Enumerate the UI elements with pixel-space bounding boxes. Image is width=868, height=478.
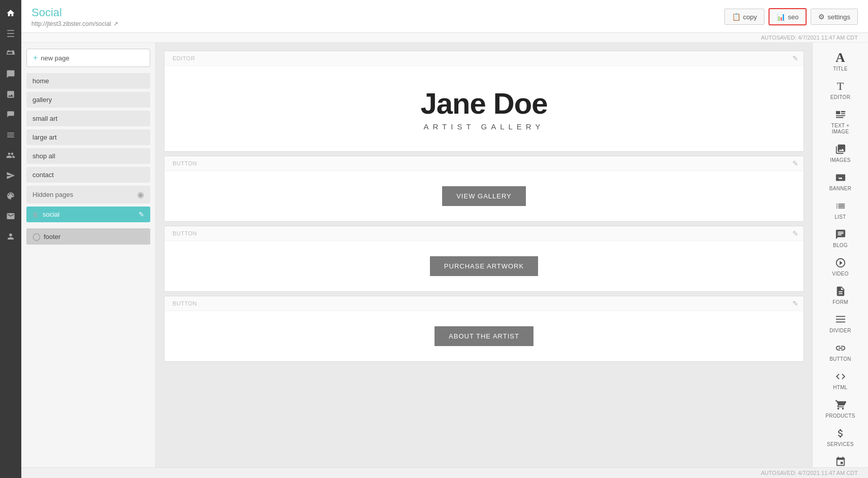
nav-home-icon[interactable] [2, 4, 20, 22]
editor-block-edit-icon[interactable]: ✎ [792, 54, 798, 62]
panel-item-text-image[interactable]: TEXT +IMAGE [816, 105, 864, 138]
button-block-3-label: BUTTON [173, 300, 197, 306]
banner-icon [833, 172, 848, 184]
panel-label-button: BUTTON [829, 356, 851, 362]
nav-media-icon[interactable] [2, 85, 20, 104]
right-panel: A TITLE T EDITOR TEXT +IMAGE [812, 43, 868, 467]
editor-block: ⁣⁣ EDITOR ✎ Jane Doe ARTIST GALLERY [164, 51, 804, 152]
sidebar-item-small-art[interactable]: small art [26, 111, 150, 126]
view-gallery-button[interactable]: VIEW GALLERY [442, 186, 526, 206]
nav-menu-icon[interactable] [2, 126, 20, 144]
button-panel-icon [833, 342, 848, 354]
panel-item-list[interactable]: LIST [816, 196, 864, 223]
autosaved-bottom: AUTOSAVED: 4/7/2021 11:47 AM CDT [21, 467, 868, 478]
settings-icon: ⚙ [818, 13, 825, 21]
panel-item-divider[interactable]: DIVIDER [816, 310, 864, 337]
new-page-button[interactable]: + new page [26, 49, 150, 67]
panel-item-services[interactable]: SERVICES [816, 423, 864, 451]
nav-send-icon[interactable] [2, 166, 20, 185]
about-artist-button[interactable]: ABOUT THE ARTIST [435, 326, 533, 346]
left-icon-bar [0, 0, 21, 478]
button-block-3-edit-icon[interactable]: ✎ [792, 299, 798, 308]
svg-rect-6 [836, 316, 845, 317]
page-url: http://jtest3.zibster.com/social ↗ [31, 20, 118, 27]
page-title: Social [31, 6, 118, 19]
sidebar-hidden-pages[interactable]: Hidden pages ◉ [26, 186, 150, 203]
panel-label-title: TITLE [833, 66, 848, 72]
blog-icon [833, 228, 848, 241]
button-block-2-content: PURCHASE ARTWORK [164, 241, 804, 291]
panel-label-editor: EDITOR [830, 94, 850, 100]
nav-email-icon[interactable] [2, 207, 20, 225]
nav-forms-icon[interactable] [2, 106, 20, 124]
external-link-icon[interactable]: ↗ [113, 20, 118, 27]
panel-item-editor[interactable]: T EDITOR [816, 76, 864, 104]
edit-icon[interactable]: ✎ [139, 211, 144, 218]
sidebar-item-home[interactable]: home [26, 73, 150, 89]
panel-item-images[interactable]: IMAGES [816, 139, 864, 166]
panel-item-form[interactable]: FORM [816, 281, 864, 309]
button-block-1-content: VIEW GALLERY [164, 171, 804, 221]
editor-content: Jane Doe ARTIST GALLERY [164, 66, 804, 151]
panel-label-html: HTML [833, 385, 847, 391]
list-icon [833, 200, 848, 212]
autosaved-top: AUTOSAVED: 4/7/2021 11:47 AM CDT [21, 33, 868, 43]
panel-item-products[interactable]: PRODUCTS [816, 395, 864, 422]
panel-label-services: SERVICES [827, 441, 854, 448]
svg-rect-3 [836, 115, 845, 116]
images-icon [833, 143, 848, 155]
copy-button[interactable]: 📋 copy [724, 9, 764, 25]
button-block-2: ⁣⁣ BUTTON ✎ PURCHASE ARTWORK [164, 226, 804, 292]
nav-design-icon[interactable] [2, 187, 20, 205]
panel-item-blog[interactable]: BLOG [816, 224, 864, 252]
nav-people-icon[interactable] [2, 146, 20, 164]
text-image-icon [833, 109, 848, 121]
button-block-2-header: ⁣⁣ BUTTON ✎ [164, 226, 804, 241]
panel-label-images: IMAGES [830, 157, 851, 163]
scheduler-icon [833, 456, 848, 467]
panel-label-products: PRODUCTS [825, 413, 855, 419]
panel-item-html[interactable]: HTML [816, 366, 864, 394]
seo-button[interactable]: 📊 seo [769, 8, 807, 25]
sidebar: + new page home gallery small art large … [21, 43, 156, 467]
svg-rect-4 [836, 117, 843, 118]
svg-rect-7 [836, 319, 845, 320]
seo-icon: 📊 [777, 13, 785, 21]
header-left: Social http://jtest3.zibster.com/social … [31, 6, 118, 27]
sidebar-item-gallery[interactable]: gallery [26, 92, 150, 108]
nav-shop-icon[interactable] [2, 45, 20, 63]
editor-area: ⁣⁣ EDITOR ✎ Jane Doe ARTIST GALLERY ⁣⁣ B… [156, 43, 812, 467]
header-right: 📋 copy 📊 seo ⚙ settings [724, 8, 858, 25]
button-block-3-header: ⁣⁣ BUTTON ✎ [164, 296, 804, 311]
panel-item-button[interactable]: BUTTON [816, 338, 864, 365]
svg-rect-0 [836, 111, 840, 114]
purchase-artwork-button[interactable]: PURCHASE ARTWORK [430, 256, 538, 276]
svg-rect-8 [836, 322, 845, 323]
trash-icon[interactable]: 🗑 [32, 211, 39, 218]
button-block-1: ⁣⁣ BUTTON ✎ VIEW GALLERY [164, 156, 804, 222]
panel-item-title[interactable]: A TITLE [816, 48, 864, 75]
button-block-1-edit-icon[interactable]: ✎ [792, 159, 798, 167]
nav-pages-icon[interactable] [2, 24, 20, 43]
sidebar-item-large-art[interactable]: large art [26, 129, 150, 145]
button-block-3-content: ABOUT THE ARTIST [164, 311, 804, 361]
title-icon: A [833, 52, 848, 64]
nav-messages-icon[interactable] [2, 65, 20, 83]
sidebar-item-contact[interactable]: contact [26, 167, 150, 183]
settings-button[interactable]: ⚙ settings [811, 9, 858, 25]
form-icon [833, 285, 848, 297]
button-block-2-edit-icon[interactable]: ✎ [792, 229, 798, 237]
editor-icon: T [833, 80, 848, 92]
nav-account-icon[interactable] [2, 227, 20, 246]
hidden-circle-icon: ◉ [137, 190, 144, 199]
artist-subtitle: ARTIST GALLERY [424, 122, 545, 131]
divider-icon [833, 314, 848, 326]
panel-item-scheduler[interactable]: SCHEDULER [816, 452, 864, 467]
panel-label-divider: DIVIDER [829, 328, 851, 334]
sidebar-item-social[interactable]: 🗑 social ✎ [26, 207, 150, 222]
content-area: + new page home gallery small art large … [21, 43, 868, 467]
panel-item-video[interactable]: VIDEO [816, 253, 864, 280]
sidebar-item-shop-all[interactable]: shop all [26, 148, 150, 164]
sidebar-footer[interactable]: ◯ footer [26, 228, 150, 245]
panel-item-banner[interactable]: BANNER [816, 167, 864, 195]
